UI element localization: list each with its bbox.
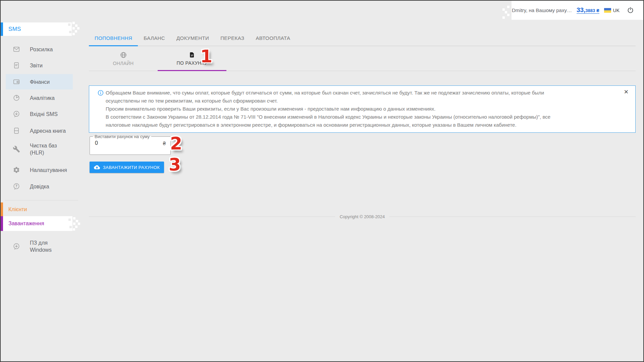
envelope-icon (13, 46, 20, 53)
balance-link[interactable]: 33,3883 ₴ (577, 7, 599, 14)
amount-fieldset: Виставити рахунок на суму ₴ (90, 134, 171, 155)
subtab-onlain[interactable]: ОНЛАЙН (89, 46, 158, 71)
tab-balans[interactable]: БАЛАНС (138, 30, 171, 46)
sidebar-item-label: Чистка баз (HLR) (30, 142, 69, 156)
sidebar-item-chystka-baz-hlr[interactable]: Чистка баз (HLR) (6, 138, 73, 160)
alert-text: Обращаем Ваше внимание, что сумы оплат, … (106, 89, 572, 129)
globe-icon (120, 51, 127, 59)
sidebar-item-label: Аналітика (30, 95, 69, 102)
top-header: Dmitry, на Вашому раху… 33,3883 ₴ UK (512, 1, 643, 20)
brand-label: SMS (8, 22, 21, 36)
tab-perekaz[interactable]: ПЕРЕКАЗ (215, 30, 250, 46)
sidebar-item-adresna-knyha[interactable]: Адресна книга (6, 123, 73, 138)
copyright-text: Copyright © 2008-2024 (340, 214, 385, 219)
alert-paragraph: Обращаем Ваше внимание, что сумы оплат, … (106, 89, 572, 105)
invoice-document-icon (189, 52, 196, 58)
inbox-download-icon (13, 110, 20, 118)
button-label: ЗАВАНТАЖИТИ РАХУНОК (103, 165, 160, 170)
power-icon (627, 7, 634, 14)
sidebar-item-label: Адресна книга (30, 127, 69, 134)
main-tab-bar: ПОПОВНЕННЯ БАЛАНС ДОКУМЕНТИ ПЕРЕКАЗ АВТО… (89, 30, 636, 46)
amount-input[interactable] (94, 140, 153, 146)
info-icon (97, 89, 104, 98)
cloud-download-icon (94, 164, 100, 170)
sidebar-item-vhidni-sms[interactable]: Вхідні SMS (6, 106, 73, 122)
language-selector[interactable]: UK (604, 8, 620, 13)
amount-row: ₴ (90, 139, 170, 146)
sidebar-item-label: ПЗ для Windows (30, 239, 54, 253)
subtab-po-rakhunku[interactable]: ПО РАХУНКУ (158, 46, 226, 71)
section-label: Клієнти (8, 206, 27, 213)
sidebar-item-zvity[interactable]: Звіти (6, 58, 73, 73)
sidebar-item-label: Довідка (30, 183, 69, 190)
brand-accent-bar (1, 22, 3, 36)
sidebar-item-label: Фінанси (30, 78, 69, 85)
currency-symbol: ₴ (163, 140, 166, 146)
report-icon (13, 62, 20, 69)
close-icon[interactable]: ✕ (624, 88, 629, 96)
sidebar-item-finansy[interactable]: Фінанси (6, 74, 73, 89)
sidebar-section-zavantazhennya[interactable]: Завантаження (1, 216, 72, 231)
info-alert: Обращаем Ваше внимание, что сумы оплат, … (89, 85, 636, 133)
help-icon: ? (13, 183, 20, 190)
sidebar-item-label: Звіти (30, 62, 69, 69)
section-accent-bar (1, 202, 3, 216)
section-label: Завантаження (8, 221, 44, 227)
sidebar-divider (5, 200, 78, 200)
sidebar-item-analityka[interactable]: Аналітика (6, 90, 73, 106)
address-book-icon (13, 127, 20, 134)
ukraine-flag-icon (604, 8, 611, 13)
language-code: UK (613, 8, 620, 13)
step-annotation-1: 1 (200, 48, 212, 65)
balance-rest: 3883 ₴ (585, 8, 599, 13)
tab-dokumenty[interactable]: ДОКУМЕНТИ (171, 30, 215, 46)
logout-power-button[interactable] (627, 7, 634, 14)
download-invoice-button[interactable]: ЗАВАНТАЖИТИ РАХУНОК (90, 162, 164, 173)
tab-popovnennya[interactable]: ПОПОВНЕННЯ (89, 30, 138, 46)
sidebar-item-label: Розсилка (30, 46, 69, 53)
section-accent-bar (1, 216, 3, 231)
sidebar-item-dovidka[interactable]: ? Довідка (6, 179, 73, 194)
sidebar-brand-sms[interactable]: SMS (1, 22, 72, 36)
subtab-label: ОНЛАЙН (113, 61, 133, 66)
sidebar-item-rozsylka[interactable]: Розсилка (6, 42, 73, 57)
pie-chart-icon (13, 94, 20, 102)
download-icon (13, 243, 20, 250)
balance-main: 33, (577, 7, 585, 13)
svg-text:?: ? (15, 184, 17, 188)
sub-tab-bar: ОНЛАЙН ПО РАХУНКУ (89, 46, 636, 71)
app-page: Dmitry, на Вашому раху… 33,3883 ₴ UK SMS (0, 0, 644, 362)
copyright: Copyright © 2008-2024 (89, 214, 636, 219)
user-account-text: Dmitry, на Вашому раху… (512, 7, 572, 13)
sidebar-section-klienty[interactable]: Клієнти (1, 202, 72, 216)
sidebar-item-pz-dlya-windows[interactable]: ПЗ для Windows (6, 236, 73, 257)
wrench-icon (13, 145, 20, 153)
sidebar-item-label: Вхідні SMS (30, 111, 69, 118)
sidebar-item-label: Налаштування (30, 167, 69, 174)
alert-paragraph: В соответствии с Законом Украины от 28.1… (106, 113, 572, 129)
alert-paragraph: Просим внимательно проверить Ваши реквиз… (106, 105, 572, 113)
step-annotation-2: 2 (170, 135, 182, 152)
amount-label: Виставити рахунок на суму (93, 134, 151, 139)
wallet-icon (13, 78, 20, 85)
step-annotation-3: 3 (169, 156, 181, 173)
gear-icon (13, 166, 20, 174)
sidebar-item-nalashtuvannya[interactable]: Налаштування (6, 162, 73, 178)
tab-avtooplata[interactable]: АВТООПЛАТА (250, 30, 296, 46)
